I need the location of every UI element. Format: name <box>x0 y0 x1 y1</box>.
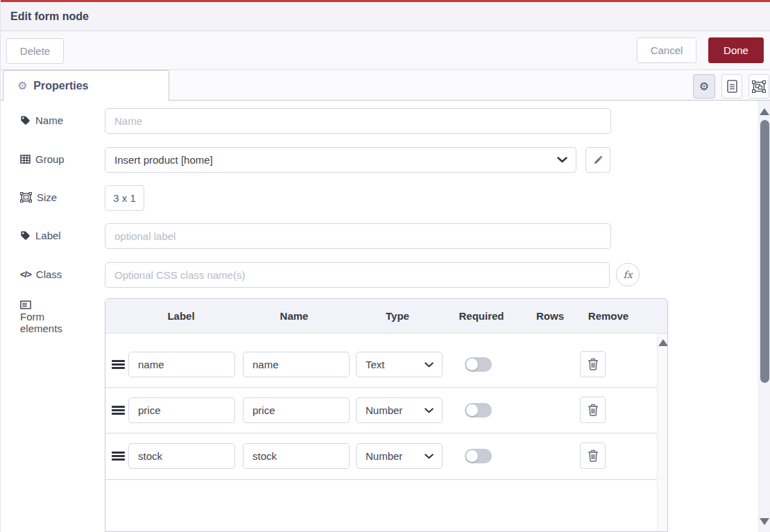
pencil-icon <box>593 155 604 165</box>
required-toggle[interactable] <box>465 403 492 418</box>
group-field-label: Group <box>20 153 65 165</box>
trash-icon <box>588 358 599 370</box>
trash-icon <box>588 449 599 462</box>
column-header-name: Name <box>280 310 309 322</box>
appearance-panel-button[interactable] <box>748 74 769 98</box>
column-header-required: Required <box>459 310 504 322</box>
done-button[interactable]: Done <box>708 37 764 63</box>
document-icon <box>727 80 737 93</box>
tag-icon <box>20 230 31 241</box>
size-button[interactable]: 3 x 1 <box>105 185 144 211</box>
chevron-down-icon <box>557 157 567 163</box>
edit-form-node-dialog: Edit form node Delete Cancel Done ⚙ Prop… <box>0 0 770 532</box>
column-header-rows: Rows <box>536 310 564 322</box>
delete-button[interactable]: Delete <box>6 38 64 64</box>
table-icon <box>20 155 31 164</box>
scroll-down-arrow-icon[interactable] <box>760 518 769 525</box>
scroll-up-arrow-icon[interactable] <box>760 108 769 115</box>
drag-handle[interactable] <box>112 406 125 415</box>
size-field-label: Size <box>20 191 57 203</box>
list-box-icon <box>20 300 31 309</box>
name-field-label: Name <box>20 114 63 126</box>
element-label-input[interactable] <box>128 352 235 377</box>
drag-handle[interactable] <box>112 452 125 461</box>
class-input[interactable] <box>105 262 610 288</box>
object-group-icon <box>20 192 32 203</box>
chevron-down-icon <box>425 362 434 368</box>
gear-icon: ⚙ <box>699 80 709 93</box>
group-select[interactable]: Insert product [home] <box>105 147 576 173</box>
element-label-input[interactable] <box>128 443 235 469</box>
cancel-button[interactable]: Cancel <box>637 37 696 63</box>
description-panel-button[interactable] <box>721 74 742 98</box>
edit-group-button[interactable] <box>585 147 610 173</box>
remove-element-button[interactable] <box>580 397 606 423</box>
element-name-input[interactable] <box>243 397 350 423</box>
chevron-down-icon <box>425 454 434 459</box>
object-group-icon <box>752 80 766 93</box>
required-toggle[interactable] <box>465 449 492 463</box>
dialog-title: Edit form node <box>10 10 89 23</box>
fx-icon: fx <box>623 269 632 280</box>
code-icon: </> <box>20 269 31 280</box>
label-field-label: Label <box>20 230 61 241</box>
dialog-toolbar: Delete Cancel Done <box>1 31 770 70</box>
required-toggle[interactable] <box>465 357 492 372</box>
form-elements-table: Label Name Type Required Rows Remove Tex… <box>105 298 668 532</box>
row-separator <box>105 387 657 388</box>
column-header-type: Type <box>386 310 409 322</box>
name-input[interactable] <box>105 108 611 134</box>
tab-properties-label: Properties <box>33 80 88 92</box>
element-name-input[interactable] <box>243 352 350 377</box>
label-input[interactable] <box>105 223 611 249</box>
tab-properties[interactable]: ⚙ Properties <box>3 70 169 101</box>
tag-icon <box>20 115 31 126</box>
drag-handle[interactable] <box>112 360 125 369</box>
column-header-remove: Remove <box>588 310 628 322</box>
element-label-input[interactable] <box>128 397 235 423</box>
row-separator <box>105 433 657 434</box>
group-select-value: Insert product [home] <box>114 154 213 166</box>
scroll-up-arrow-icon[interactable] <box>658 339 668 346</box>
element-type-select[interactable]: Number <box>356 443 443 469</box>
element-type-select[interactable]: Number <box>356 397 443 423</box>
column-header-label: Label <box>167 310 194 322</box>
form-elements-field-label: Form elements <box>20 300 76 334</box>
element-name-input[interactable] <box>243 443 350 469</box>
remove-element-button[interactable] <box>580 351 606 377</box>
fx-expression-button[interactable]: fx <box>616 263 640 286</box>
trash-icon <box>588 404 599 416</box>
table-scrollbar[interactable] <box>657 334 668 531</box>
panel-scrollbar[interactable] <box>758 101 770 532</box>
chevron-down-icon <box>425 408 434 413</box>
scrollbar-thumb[interactable] <box>760 120 769 383</box>
class-field-label: </> Class <box>20 268 62 280</box>
form-elements-table-header: Label Name Type Required Rows Remove <box>105 299 667 334</box>
dialog-header: Edit form node <box>1 2 770 31</box>
remove-element-button[interactable] <box>580 443 606 469</box>
row-separator <box>105 479 657 480</box>
gear-icon: ⚙ <box>17 79 27 92</box>
properties-panel-button[interactable]: ⚙ <box>693 74 715 98</box>
element-type-select[interactable]: Text <box>356 352 443 377</box>
